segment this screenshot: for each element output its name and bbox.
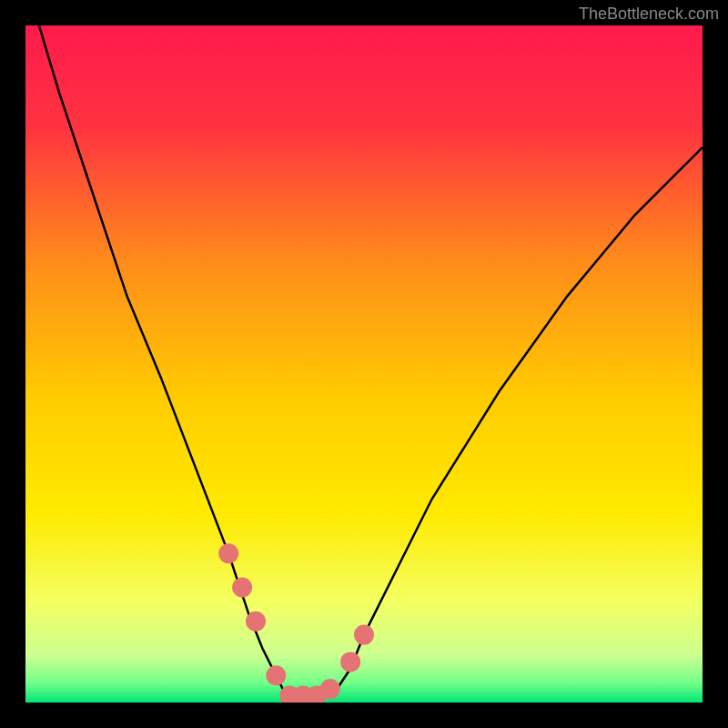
highlight-marker <box>246 612 266 632</box>
highlight-marker <box>232 578 252 598</box>
highlight-marker <box>354 625 374 645</box>
watermark-text: TheBottleneck.com <box>579 5 719 24</box>
chart-container: TheBottleneck.com <box>0 0 728 728</box>
chart-area <box>25 25 703 703</box>
highlight-marker <box>218 543 238 563</box>
gradient-background <box>25 25 703 703</box>
chart-svg <box>25 25 703 703</box>
highlight-marker <box>266 665 286 685</box>
highlight-marker <box>320 679 340 699</box>
highlight-marker <box>340 652 360 672</box>
